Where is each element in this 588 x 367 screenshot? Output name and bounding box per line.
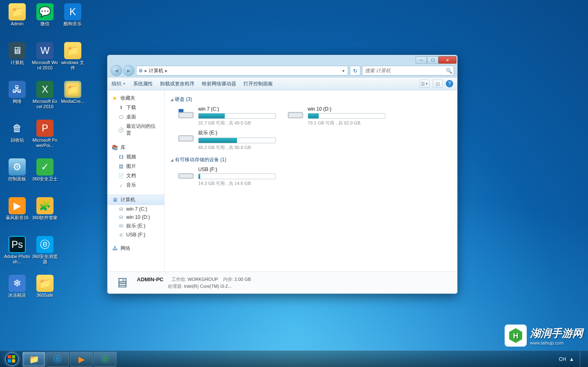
desktop-icon-label: 360安全浏览器 [32, 254, 58, 265]
desktop-icon-label: windows 文件 [60, 60, 86, 71]
view-mode-button[interactable]: ☰ ▼ [420, 80, 429, 88]
search-input[interactable] [362, 68, 445, 73]
drive-USB (F:)[interactable]: USB (F:) 14.3 GB 可用 , 共 14.6 GB [178, 167, 276, 187]
desktop-icon-label: 回收站 [11, 138, 24, 143]
svg-rect-13 [12, 355, 15, 358]
help-button[interactable]: ? [446, 80, 453, 87]
desktop-icon-回收站[interactable]: 🗑回收站 [3, 120, 31, 154]
close-button[interactable]: ✕ [438, 56, 456, 64]
sidebar-item-音乐[interactable]: ♪音乐 [107, 180, 164, 190]
sidebar-item-视频[interactable]: 🎞视频 [107, 152, 164, 162]
hdd-icon: ⛁ [118, 223, 124, 229]
cmd-uninstall-programs[interactable]: 卸载或更改程序 [160, 80, 195, 87]
recycle-icon: 🗑 [9, 120, 26, 137]
wmp-icon: ▶ [78, 354, 85, 364]
computer-large-icon: 🖥 [112, 274, 131, 292]
refresh-button[interactable]: ↻ [350, 66, 360, 76]
window-titlebar[interactable]: ─ ☐ ✕ [107, 55, 457, 64]
ps-icon: Ps [9, 236, 26, 253]
minimize-button[interactable]: ─ [416, 56, 427, 64]
desktop-icon-windows 文件[interactable]: 📁windows 文件 [59, 42, 87, 77]
desktop-icon-360安全浏览器[interactable]: ⓔ360安全浏览器 [31, 236, 59, 271]
download-icon: ⬇ [118, 105, 124, 111]
desktop-icon-Microsoft Excel 2010[interactable]: XMicrosoft Excel 2010 [31, 81, 59, 116]
preview-pane-button[interactable]: ◫ [433, 80, 443, 88]
desktop-icon-360软件管家[interactable]: 🧩360软件管家 [31, 197, 59, 232]
svg-rect-12 [8, 355, 11, 358]
watermark-url: www.taihujp.com [530, 340, 564, 345]
desktop-icon-360安全卫士[interactable]: ✓360安全卫士 [31, 158, 59, 193]
desktop-icon-label: 酷狗音乐 [64, 21, 82, 27]
search-icon[interactable]: 🔍 [445, 68, 454, 74]
sidebar-item-图片[interactable]: 🖼图片 [107, 162, 164, 171]
cmd-system-properties[interactable]: 系统属性 [133, 80, 153, 87]
drive-name: 娱乐 (E:) [198, 129, 276, 136]
desktop-icon-微信[interactable]: 💬微信 [31, 3, 59, 38]
panel-icon: ⚙ [9, 158, 26, 176]
sidebar-favorites-header[interactable]: ★收藏夹 [107, 93, 164, 103]
watermark-title: 湖润手游网 [530, 326, 583, 340]
breadcrumb-dropdown[interactable]: ▾ [341, 69, 346, 73]
show-desktop-button[interactable] [580, 351, 585, 367]
sidebar-item-USB (F:)[interactable]: ⎚USB (F:) [107, 231, 164, 239]
system-tray[interactable]: CH ▲ [559, 351, 586, 367]
sidebar-item-下载[interactable]: ⬇下载 [107, 103, 164, 112]
desktop-icon-冰冻精灵[interactable]: ❄冰冻精灵 [3, 275, 31, 309]
svg-rect-4 [289, 113, 302, 117]
nav-back-button[interactable]: ◄ [111, 65, 122, 76]
desktop-icon-控制面板[interactable]: ⚙控制面板 [3, 158, 31, 193]
desktop-icon-暴风影音16[interactable]: ▶暴风影音16 [3, 197, 31, 232]
nav-forward-button[interactable]: ► [123, 65, 134, 76]
desktop-icon-360Safe[interactable]: 📁360Safe [31, 275, 59, 309]
desktop-icon-MediaCre...[interactable]: 📁MediaCre... [59, 81, 87, 116]
section-header[interactable]: ◢有可移动存储的设备 (1) [170, 156, 452, 163]
desktop-icon-网络[interactable]: 🖧网络 [3, 81, 31, 116]
cmd-open-control-panel[interactable]: 打开控制面板 [244, 80, 273, 87]
search-box[interactable]: 🔍 [362, 66, 454, 76]
desktop-icon-label: Admin [11, 21, 23, 27]
sidebar-item-label: win 10 (D:) [126, 214, 150, 220]
maximize-button[interactable]: ☐ [427, 56, 438, 64]
desktop-icon-Microsoft Word 2010[interactable]: WMicrosoft Word 2010 [31, 42, 59, 77]
drive-娱乐 (E:)[interactable]: 娱乐 (E:) 45.2 GB 可用 , 共 90.8 GB [178, 129, 276, 151]
desktop-icon-酷狗音乐[interactable]: K酷狗音乐 [59, 3, 87, 38]
drive-win 7  (C:)[interactable]: win 7 (C:) 32.7 GB 可用 , 共 49.5 GB [178, 106, 276, 126]
sidebar-item-win 7  (C:)[interactable]: ⛁win 7 (C:) [107, 205, 164, 213]
cmd-organize[interactable]: 组织▼ [112, 80, 126, 87]
sidebar-libraries-header[interactable]: 📚库 [107, 143, 164, 152]
breadcrumb[interactable]: 🖥 ▸ 计算机 ▸ ▾ [136, 66, 348, 76]
network-icon: 🖧 [112, 245, 118, 252]
sidebar-item-label: 视频 [126, 153, 136, 160]
start-button[interactable] [2, 352, 22, 367]
desktop-icon-label: Microsoft Excel 2010 [32, 99, 58, 109]
taskbar-ie[interactable]: ⓔ [46, 352, 69, 367]
desktop-icon-Adobe Photosh...[interactable]: PsAdobe Photosh... [3, 236, 31, 271]
folder-icon: 📁 [36, 275, 54, 292]
cmd-map-network-drive[interactable]: 映射网络驱动器 [202, 80, 236, 87]
sidebar-network-header[interactable]: 🖧网络 [107, 244, 164, 253]
drive-icon [287, 106, 304, 122]
breadcrumb-label[interactable]: 计算机 [149, 67, 163, 74]
desktop-icon-计算机[interactable]: 🖥计算机 [3, 42, 31, 77]
sidebar-item-win 10 (D:)[interactable]: ⛁win 10 (D:) [107, 213, 164, 221]
desktop[interactable]: 📁Admin💬微信K酷狗音乐🖥计算机WMicrosoft Word 2010📁w… [0, 0, 588, 367]
taskbar: 📁 ⓔ ▶ ⓔ CH ▲ [0, 351, 588, 367]
section-header[interactable]: ◢硬盘 (3) [170, 96, 452, 103]
tray-lang[interactable]: CH [559, 356, 566, 362]
taskbar-media-player[interactable]: ▶ [70, 352, 93, 367]
desktop-icon-Microsoft PowerPoi...[interactable]: PMicrosoft PowerPoi... [31, 120, 59, 154]
desktop-icon-Admin[interactable]: 📁Admin [3, 3, 31, 38]
drive-icon [178, 129, 194, 146]
sidebar-computer-header[interactable]: 🖥计算机 [107, 195, 164, 205]
content-pane: ◢硬盘 (3) win 7 (C:) 32.7 GB 可用 , 共 49.5 G… [165, 90, 457, 271]
sidebar-item-桌面[interactable]: 🖵桌面 [107, 112, 164, 122]
sidebar-item-文档[interactable]: 📄文档 [107, 171, 164, 180]
taskbar-explorer[interactable]: 📁 [22, 352, 45, 367]
drive-name: USB (F:) [198, 167, 276, 172]
taskbar-360browser[interactable]: ⓔ [94, 352, 116, 367]
sidebar-item-最近访问的位置[interactable]: 🕑最近访问的位置 [107, 122, 164, 138]
sidebar-item-娱乐 (E:)[interactable]: ⛁娱乐 (E:) [107, 221, 164, 231]
drive-win 10 (D:)[interactable]: win 10 (D:) 79.1 GB 可用 , 共 92.0 GB [287, 106, 385, 126]
tray-chevron-up-icon[interactable]: ▲ [569, 356, 574, 362]
watermark-logo: H [505, 325, 527, 347]
